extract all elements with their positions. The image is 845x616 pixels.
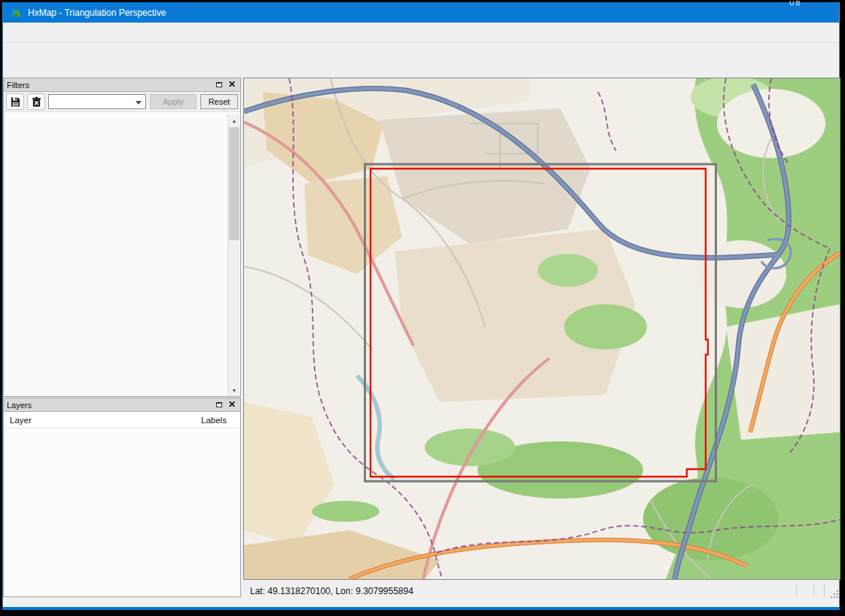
close-icon: ✕ (228, 81, 236, 89)
filters-panel-header[interactable]: Filters ✕ (4, 78, 240, 92)
filters-float-button[interactable] (214, 80, 224, 90)
scroll-down-icon[interactable]: ▼ (228, 384, 240, 396)
left-dock: Filters ✕ (3, 78, 241, 597)
status-bar: Lat: 49.1318270100, Lon: 9.3079955894 (243, 580, 840, 603)
column-labels: Labels (201, 416, 240, 425)
window-title: HxMap - Triangulation Perspective (28, 8, 166, 18)
filters-close-button[interactable]: ✕ (227, 80, 237, 90)
status-separator (813, 584, 814, 596)
coordinate-readout: Lat: 49.1318270100, Lon: 9.3079955894 (250, 586, 413, 596)
filter-preset-combobox[interactable] (48, 94, 146, 109)
layers-panel: Layers ✕ Layer Labels (3, 398, 241, 597)
filters-panel-title: Filters (7, 81, 212, 90)
float-icon (216, 402, 222, 407)
status-separator (796, 584, 797, 596)
map-points-canvas[interactable] (244, 78, 840, 579)
filters-panel: Filters ✕ (3, 78, 241, 397)
scrollbar-thumb[interactable] (229, 127, 239, 240)
layers-panel-title: Layers (7, 401, 212, 410)
filters-tree (4, 112, 240, 395)
background-window-fragment: UB (789, 0, 802, 7)
filters-toolbar: Apply Reset (4, 92, 240, 112)
layers-column-headers: Layer Labels (4, 412, 240, 428)
float-icon (216, 82, 222, 87)
chevron-down-icon (136, 101, 142, 105)
title-bar[interactable]: HxMap - Triangulation Perspective (3, 2, 839, 23)
resize-grip-icon[interactable] (829, 589, 838, 598)
window-bottom-border (2, 607, 840, 610)
reset-button[interactable]: Reset (200, 94, 238, 109)
apply-button[interactable]: Apply (150, 94, 197, 109)
layers-close-button[interactable]: ✕ (227, 400, 237, 410)
map-view[interactable] (243, 78, 840, 580)
close-icon: ✕ (228, 401, 236, 409)
filters-tree-scrollbar[interactable]: ▲ ▼ (227, 114, 239, 396)
menu-bar (3, 23, 839, 43)
layers-float-button[interactable] (214, 400, 224, 410)
trash-delete-icon (31, 96, 42, 108)
save-icon (10, 96, 21, 108)
delete-filter-button[interactable] (27, 93, 45, 110)
layers-panel-header[interactable]: Layers ✕ (4, 398, 240, 412)
save-filter-button[interactable] (6, 93, 24, 110)
status-separator (824, 584, 825, 596)
column-layer: Layer (4, 416, 201, 425)
hxmap-logo-icon (9, 6, 23, 20)
app-window: HxMap - Triangulation Perspective Filter… (2, 2, 840, 607)
scroll-up-icon[interactable]: ▲ (228, 114, 240, 127)
main-toolbar (3, 44, 839, 78)
